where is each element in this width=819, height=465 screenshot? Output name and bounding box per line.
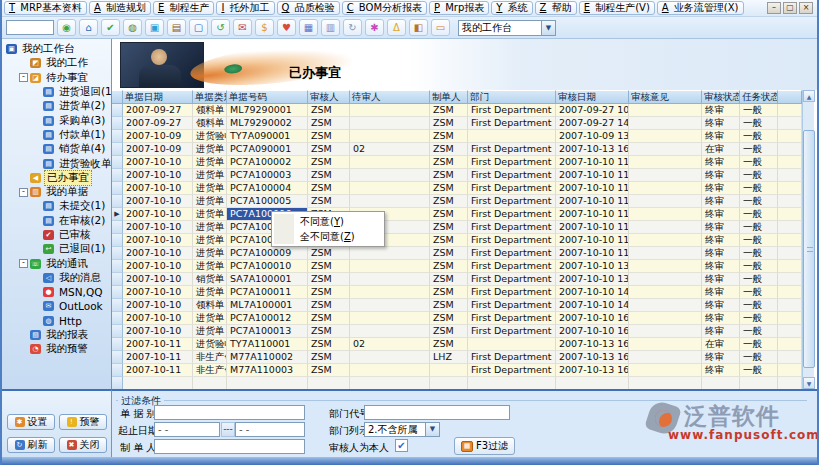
vertical-scrollbar[interactable]: ▲ ▼ xyxy=(802,90,814,389)
toolbar-button-handshake[interactable]: ♥ xyxy=(277,19,296,36)
table-row[interactable]: 2007-10-10进货单PC7A100004ZSMZSMFirst Depar… xyxy=(112,182,802,195)
sidebar-item-my-work[interactable]: ◩我的工作 xyxy=(2,56,111,70)
menu-item-9[interactable]: Z 帮助 xyxy=(535,1,577,15)
scroll-down-icon[interactable]: ▼ xyxy=(803,377,815,389)
auditor-is-me-checkbox[interactable]: ✔ xyxy=(395,439,408,452)
toolbar-button-monitor[interactable]: ▢ xyxy=(189,19,208,36)
toolbar-button-image[interactable]: ▣ xyxy=(145,19,164,36)
toolbar-button-save[interactable]: ▥ xyxy=(321,19,340,36)
toolbar-button-refresh[interactable]: ↺ xyxy=(211,19,230,36)
column-header-3[interactable]: 单据号码 xyxy=(227,90,308,104)
table-row[interactable]: 2007-10-09进货单PC7A090001ZSM02ZSMFirst Dep… xyxy=(112,143,802,156)
table-row[interactable]: 2007-10-10进货单PC7A100009ZSMZSMFirst Depar… xyxy=(112,247,802,260)
table-row[interactable]: 2007-10-10进货单PC7A100003ZSMZSMFirst Depar… xyxy=(112,169,802,182)
sidebar-item-outlook[interactable]: ✉OutLook xyxy=(2,299,111,313)
column-header-4[interactable]: 审核人 xyxy=(308,90,350,104)
column-header-9[interactable]: 审核意见 xyxy=(629,90,702,104)
menu-item-1[interactable]: T MRP基本资料 xyxy=(4,1,87,15)
dept-code-input[interactable] xyxy=(364,405,510,420)
column-header-11[interactable]: 任务状态 xyxy=(740,90,778,104)
column-header-8[interactable]: 审核日期 xyxy=(556,90,629,104)
table-row[interactable]: 2007-10-10销货单SA7A100001ZSMZSMFirst Depar… xyxy=(112,273,802,286)
toolbar-button-sync[interactable]: ↻ xyxy=(343,19,362,36)
toolbar-button-link[interactable]: ◉ xyxy=(57,19,76,36)
toolbar-button-mail[interactable]: ✉ xyxy=(233,19,252,36)
refresh-button[interactable]: ↻刷新 xyxy=(7,437,55,453)
sidebar-item-workbench[interactable]: ▣我的工作台 xyxy=(2,42,111,56)
sidebar-item-purchase-return[interactable]: ▤进货退回(1) xyxy=(2,85,111,99)
menu-item-7[interactable]: P Mrp报表 xyxy=(429,1,489,15)
table-row[interactable]: 2007-10-10进货单PC7A100008ZSMZSMFirst Depar… xyxy=(112,234,802,247)
creator-input[interactable] xyxy=(154,439,305,454)
table-row[interactable]: 2007-10-10进货单PC7A100010ZSMZSMFirst Depar… xyxy=(112,260,802,273)
sidebar-item-reviewed[interactable]: ✔已审核 xyxy=(2,228,111,242)
menu-item-11[interactable]: A 业务流管理(X) xyxy=(657,1,744,15)
table-row[interactable]: 2007-09-27领料单ML79290001ZSMZSMFirst Depar… xyxy=(112,104,802,117)
table-row[interactable]: ▶2007-10-10进货单PC7A100006ZSMZSMFirst Depa… xyxy=(112,208,802,221)
sidebar-item-purchase-in[interactable]: ▤进货单(2) xyxy=(2,99,111,113)
menu-item-4[interactable]: I 托外加工 xyxy=(216,1,274,15)
expander-icon[interactable]: - xyxy=(19,188,28,197)
table-row[interactable]: 2007-10-10进货单PC7A100013ZSMZSMFirst Depar… xyxy=(112,325,802,338)
minimize-button[interactable]: – xyxy=(767,2,781,14)
f3-filter-button[interactable]: ▦ F3过滤 xyxy=(454,437,515,455)
close-button[interactable]: × xyxy=(799,2,813,14)
toolbar-button-bell[interactable]: Δ xyxy=(387,19,406,36)
sidebar-item-my-messages[interactable]: ◁我的消息 xyxy=(2,271,111,285)
sidebar-item-todo-matters[interactable]: -◪待办事宜 xyxy=(2,71,111,85)
menu-item-2[interactable]: A 制造规划 xyxy=(89,1,151,15)
menu-item-10[interactable]: E 制程生产(V) xyxy=(579,1,655,15)
context-menu-item-2[interactable]: 全不同意(Z) xyxy=(272,229,384,244)
dept-display-select[interactable]: 2.不含所属 ▼ xyxy=(364,422,440,437)
expander-icon[interactable]: - xyxy=(19,73,28,82)
sidebar-item-payment[interactable]: ▤付款单(1) xyxy=(2,128,111,142)
sidebar-item-in-review[interactable]: ▤在审核(2) xyxy=(2,214,111,228)
column-header-10[interactable]: 审核状态 xyxy=(702,90,740,104)
sidebar-item-my-alerts[interactable]: ◔我的预警 xyxy=(2,342,111,356)
table-row[interactable]: 2007-10-11进货验收TY7A110001ZSM02ZSM2007-10-… xyxy=(112,338,802,351)
maximize-button[interactable]: ▢ xyxy=(783,2,797,14)
menu-item-3[interactable]: E 制程生产 xyxy=(153,1,215,15)
sidebar-item-not-submitted[interactable]: ▤未提交(1) xyxy=(2,199,111,213)
column-header-1[interactable]: 单据日期 xyxy=(123,90,193,104)
toolbar-button-approve[interactable]: ✔ xyxy=(101,19,120,36)
workspace-select[interactable]: 我的工作台 ▼ xyxy=(458,20,556,36)
menu-item-6[interactable]: C BOM分析报表 xyxy=(342,1,427,15)
toolbar-button-book[interactable]: ▤ xyxy=(167,19,186,36)
settings-button[interactable]: ✱设置 xyxy=(7,414,55,430)
sidebar-item-http[interactable]: ◍Http xyxy=(2,314,111,328)
toolbar-button-home[interactable]: ⌂ xyxy=(79,19,98,36)
table-row[interactable]: 2007-10-09进货验收TY7A090001ZSMZSM2007-10-09… xyxy=(112,130,802,143)
column-header-7[interactable]: 部门 xyxy=(468,90,556,104)
table-row[interactable]: 2007-10-10领料单ML7A100001ZSMZSMFirst Depar… xyxy=(112,299,802,312)
sidebar-item-receiving-inspection[interactable]: ▤进货验收单(2) xyxy=(2,156,111,170)
table-row[interactable]: 2007-10-10进货单PC7A100007ZSMZSMFirst Depar… xyxy=(112,221,802,234)
scrollbar-thumb[interactable] xyxy=(803,130,815,368)
sidebar-item-returned[interactable]: ↩已退回(1) xyxy=(2,242,111,256)
sidebar-item-done-matters[interactable]: ◀已办事宜 xyxy=(2,171,111,185)
table-row[interactable]: 2007-10-11非生产领M77A110002ZSMLHZFirst Depa… xyxy=(112,351,802,364)
sidebar-item-sales[interactable]: ▤销货单(4) xyxy=(2,142,111,156)
table-row[interactable]: 2007-09-27领料单ML79290002ZSMZSMFirst Depar… xyxy=(112,117,802,130)
table-row[interactable]: 2007-10-10进货单PC7A100002ZSMZSMFirst Depar… xyxy=(112,156,802,169)
toolbar-button-exit[interactable]: ◧ xyxy=(409,19,428,36)
sidebar-item-my-communications[interactable]: -☏我的通讯 xyxy=(2,256,111,270)
sidebar-item-my-reports[interactable]: ▧我的报表 xyxy=(2,328,111,342)
toolbar-button-money[interactable]: $ xyxy=(255,19,274,36)
doc-type-input[interactable] xyxy=(154,405,305,420)
scroll-up-icon[interactable]: ▲ xyxy=(803,90,815,102)
menu-item-8[interactable]: Y 系统 xyxy=(491,1,532,15)
sidebar-item-msn-qq[interactable]: ●MSN,QQ xyxy=(2,285,111,299)
chevron-down-icon[interactable]: ▼ xyxy=(541,21,555,35)
alert-button[interactable]: !预警 xyxy=(59,414,107,430)
expander-icon[interactable]: - xyxy=(19,259,28,268)
date-to-input[interactable]: - - xyxy=(235,422,305,437)
sidebar-item-my-documents[interactable]: -▥我的单据 xyxy=(2,185,111,199)
toolbar-button-palette[interactable]: ✱ xyxy=(365,19,384,36)
toolbar-button-window[interactable]: ▭ xyxy=(431,19,450,36)
column-header-5[interactable]: 待审人 xyxy=(350,90,430,104)
toolbar-button-web[interactable]: ◍ xyxy=(123,19,142,36)
column-header-2[interactable]: 单据类别 xyxy=(193,90,227,104)
table-row[interactable]: 2007-10-10进货单PC7A100005ZSMZSMFirst Depar… xyxy=(112,195,802,208)
sidebar-item-purchase-order[interactable]: ▤采购单(3) xyxy=(2,113,111,127)
